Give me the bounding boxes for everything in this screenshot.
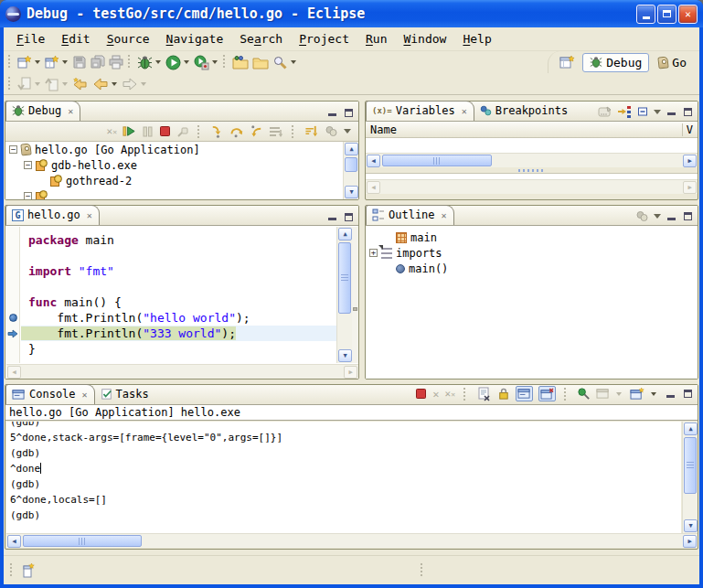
menu-source[interactable]: Source [100, 30, 157, 48]
close-button[interactable]: ✕ [678, 5, 698, 24]
overview-ruler[interactable] [352, 227, 358, 363]
step-over-button[interactable] [229, 124, 244, 138]
show-stderr-toggle[interactable] [538, 386, 556, 401]
instruction-pointer-marker[interactable] [6, 326, 19, 341]
debug-dropdown-arrow[interactable] [155, 60, 161, 64]
outline-item-main[interactable]: main [366, 230, 698, 245]
debug-tree-item-hellogo[interactable]: −hello.go [Go Application] [5, 142, 342, 157]
next-annotation-dropdown-arrow[interactable] [35, 82, 40, 86]
remove-launch-button[interactable]: ✕ [432, 388, 439, 401]
close-tab-icon[interactable]: ✕ [82, 390, 88, 400]
debug-tree-item-gdb-helloexe[interactable]: −gdb-hello.exe [5, 157, 342, 173]
remove-all-terminated-button[interactable]: ✕✕ [107, 125, 117, 137]
maximize-view-button[interactable] [343, 211, 355, 222]
resume-button[interactable] [122, 124, 136, 138]
annotation-tick[interactable] [353, 307, 357, 311]
terminate-button[interactable] [159, 125, 171, 137]
disconnect-button[interactable] [176, 125, 189, 138]
step-into-button[interactable] [210, 124, 224, 138]
code-line[interactable] [21, 279, 336, 294]
perspective-go[interactable]: Go [655, 54, 690, 71]
console-scrollbar-vertical[interactable]: ▲ ▼ [682, 422, 698, 533]
variables-detail-pane[interactable]: ◀ ▶ [366, 173, 698, 194]
menu-navigate[interactable]: Navigate [159, 30, 231, 48]
open-resource-button[interactable] [250, 52, 271, 72]
tab-debug[interactable]: Debug ✕ [5, 101, 80, 121]
variables-table-body[interactable] [366, 138, 698, 153]
menu-search[interactable]: Search [232, 30, 290, 48]
maximize-view-button[interactable] [682, 106, 694, 117]
close-tab-icon[interactable]: ✕ [442, 210, 447, 220]
menu-project[interactable]: Project [292, 30, 357, 48]
code-line[interactable]: func main() { [21, 294, 336, 310]
show-logical-structure-button[interactable] [617, 105, 632, 118]
tab-breakpoints[interactable]: Breakpoints [474, 101, 574, 121]
view-menu-icon[interactable] [654, 214, 661, 219]
run-dropdown-arrow[interactable] [184, 60, 189, 64]
minimize-view-button[interactable] [326, 107, 338, 118]
tab-console[interactable]: Console ✕ [5, 384, 95, 404]
forward-button[interactable] [120, 74, 140, 94]
new-dropdown-arrow[interactable] [35, 60, 40, 64]
close-tab-icon[interactable]: ✕ [462, 106, 467, 116]
open-perspective-button[interactable] [558, 52, 577, 72]
save-all-button[interactable] [89, 52, 107, 72]
step-return-button[interactable] [250, 124, 263, 138]
code-editor[interactable]: package main import "fmt" func main() { … [21, 227, 336, 363]
variables-table-header[interactable]: Name V [366, 122, 698, 138]
back-button[interactable] [91, 74, 111, 94]
tab-variables[interactable]: (x)= Variables ✕ [366, 101, 474, 121]
menu-run[interactable]: Run [358, 30, 394, 48]
tab-outline[interactable]: Outline ✕ [366, 205, 454, 225]
new-wizard-button[interactable] [16, 52, 34, 72]
previous-annotation-dropdown-arrow[interactable] [62, 82, 68, 86]
next-annotation-button[interactable] [16, 74, 34, 94]
use-step-filters-button[interactable] [304, 124, 319, 138]
previous-annotation-button[interactable] [43, 74, 61, 94]
minimize-view-button[interactable] [326, 211, 338, 222]
save-button[interactable] [70, 52, 89, 72]
tree-expander[interactable]: − [9, 145, 17, 154]
column-name[interactable]: Name [370, 123, 397, 136]
open-console-button[interactable] [630, 388, 644, 401]
drop-to-frame-button[interactable] [269, 125, 283, 138]
debug-launch-button[interactable] [135, 52, 154, 72]
close-tab-icon[interactable]: ✕ [87, 210, 92, 220]
code-line[interactable]: fmt.Println("hello world"); [21, 310, 336, 326]
scroll-lock-button[interactable] [496, 387, 510, 401]
terminate-button[interactable] [415, 388, 427, 400]
new-other-button[interactable] [43, 52, 61, 72]
code-line[interactable] [21, 248, 336, 263]
open-type-button[interactable] [230, 52, 250, 72]
open-console-dropdown-arrow[interactable] [651, 392, 656, 396]
tab-hello-go[interactable]: G hello.go ✕ [5, 205, 100, 225]
fast-view-button[interactable] [21, 562, 36, 579]
menu-help[interactable]: Help [455, 30, 498, 48]
code-line[interactable]: import "fmt" [21, 263, 336, 279]
annotation-ruler[interactable] [6, 227, 20, 363]
minimize-button[interactable] [636, 5, 655, 24]
menu-window[interactable]: Window [396, 30, 453, 48]
outline-item-imports[interactable]: +imports [366, 245, 698, 261]
code-line[interactable]: fmt.Println("333 world"); [21, 326, 336, 341]
variables-scrollbar-horizontal[interactable]: ◀ ▶ [366, 153, 698, 167]
editor-scrollbar-horizontal[interactable]: ◀ ▶ [6, 364, 358, 379]
tab-tasks[interactable]: Tasks [95, 384, 155, 404]
new-other-dropdown-arrow[interactable] [62, 60, 68, 64]
focus-button[interactable] [635, 210, 649, 222]
minimize-view-button[interactable] [666, 106, 677, 117]
menu-edit[interactable]: Edit [54, 30, 97, 48]
external-tools-dropdown-arrow[interactable] [212, 60, 218, 64]
pin-console-button[interactable] [577, 387, 591, 401]
minimize-view-button[interactable] [666, 211, 677, 222]
suspend-button[interactable] [142, 125, 154, 138]
last-edit-location-button[interactable] [70, 74, 91, 94]
tree-expander[interactable]: − [24, 192, 32, 199]
display-console-dropdown-arrow[interactable] [616, 392, 622, 396]
view-menu-icon[interactable] [654, 110, 661, 114]
column-value[interactable]: V [682, 123, 693, 136]
back-dropdown-arrow[interactable] [112, 82, 117, 86]
maximize-view-button[interactable] [682, 389, 694, 400]
print-button[interactable] [107, 52, 125, 72]
console-scrollbar-horizontal[interactable]: ◀ ▶ [6, 533, 698, 548]
